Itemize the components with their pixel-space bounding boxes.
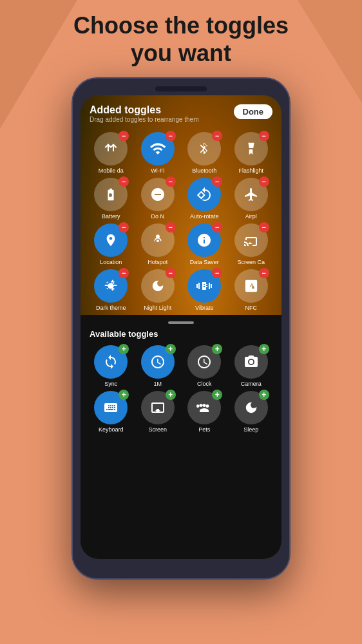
toggle-circle-flashlight: − <box>234 132 268 166</box>
avail-camera[interactable]: + Camera <box>230 345 273 387</box>
avail-screen[interactable]: + Screen <box>137 391 180 433</box>
phone-frame: Added toggles Drag added toggles to rear… <box>71 77 291 580</box>
minus-badge: − <box>119 131 129 141</box>
toggle-label-mobile-data: Mobile da <box>99 167 124 174</box>
avail-circle-paw: + <box>187 391 221 424</box>
minus-badge: − <box>119 268 129 278</box>
avail-circle-1m: + <box>141 345 175 379</box>
headline: Choose the toggles you want <box>0 0 362 77</box>
toggle-wifi[interactable]: − Wi-Fi <box>137 132 180 174</box>
toggle-circle-hotspot: − <box>141 223 175 257</box>
swipe-bar <box>168 321 194 324</box>
minus-badge: − <box>166 176 176 187</box>
plus-badge: + <box>212 390 222 400</box>
plus-badge: + <box>259 390 269 400</box>
avail-circle-keyboard: + <box>94 391 128 424</box>
headline-text: Choose the toggles you want <box>0 12 362 67</box>
toggle-circle-airplane: − <box>234 178 268 211</box>
added-toggles-grid: − Mobile da − Wi-Fi <box>90 132 272 311</box>
avail-label-camera: Camera <box>241 381 262 387</box>
toggle-autorotate[interactable]: − Auto-rotate <box>183 178 226 220</box>
avail-sync[interactable]: + Sync <box>90 345 133 387</box>
toggle-circle-mobile-data: − <box>94 132 128 166</box>
avail-1m[interactable]: + 1M <box>137 345 180 387</box>
toggle-circle-datasaver: − <box>187 223 221 257</box>
phone-wrapper: Added toggles Drag added toggles to rear… <box>0 77 362 580</box>
toggle-circle-wifi: − <box>141 132 175 166</box>
toggle-circle-location: − <box>94 223 128 257</box>
added-title-group: Added toggles Drag added toggles to rear… <box>90 104 199 129</box>
minus-badge: − <box>166 222 176 232</box>
toggle-label-nightlight: Night Light <box>144 305 171 311</box>
toggle-circle-dnd: − <box>141 178 175 211</box>
minus-badge: − <box>212 131 222 141</box>
avail-label-1m: 1M <box>153 381 162 387</box>
toggle-label-bluetooth: Bluetooth <box>192 167 216 174</box>
avail-paw[interactable]: + Pets <box>183 391 226 433</box>
avail-circle-screen: + <box>141 391 175 424</box>
avail-clock[interactable]: + Clock <box>183 345 226 387</box>
toggle-bluetooth[interactable]: − Bluetooth <box>183 132 226 174</box>
minus-badge: − <box>259 268 269 278</box>
avail-circle-sync: + <box>94 345 128 379</box>
toggle-label-screencast: Screen Ca <box>237 259 265 265</box>
minus-badge: − <box>166 268 176 278</box>
added-section: Added toggles Drag added toggles to rear… <box>81 95 281 315</box>
plus-badge: + <box>119 344 129 354</box>
avail-label-screen: Screen <box>148 426 167 433</box>
toggle-vibrate[interactable]: − Vibrate <box>183 269 226 311</box>
toggle-battery[interactable]: − Battery <box>90 178 133 220</box>
avail-label-sync: Sync <box>104 381 117 387</box>
toggle-circle-screencast: − <box>234 223 268 257</box>
avail-label-clock: Clock <box>197 381 212 387</box>
minus-badge: − <box>259 131 269 141</box>
toggle-screencast[interactable]: − Screen Ca <box>230 223 273 265</box>
toggle-circle-darktheme: − <box>94 269 128 303</box>
phone-notch <box>155 86 207 91</box>
avail-sleep[interactable]: + Sleep <box>230 391 273 433</box>
plus-badge: + <box>166 344 176 354</box>
minus-badge: − <box>259 176 269 187</box>
toggle-label-wifi: Wi-Fi <box>151 167 164 174</box>
avail-label-keyboard: Keyboard <box>99 426 124 433</box>
done-button[interactable]: Done <box>234 104 273 119</box>
toggle-label-datasaver: Data Saver <box>190 259 219 265</box>
plus-badge: + <box>119 390 129 400</box>
minus-badge: − <box>119 222 129 232</box>
toggle-dnd[interactable]: − Do N <box>137 178 180 220</box>
avail-circle-camera: + <box>234 345 268 379</box>
minus-badge: − <box>212 176 222 187</box>
toggle-mobile-data[interactable]: − Mobile da <box>90 132 133 174</box>
toggle-label-darktheme: Dark theme <box>96 305 126 311</box>
toggle-datasaver[interactable]: − Data Saver <box>183 223 226 265</box>
avail-circle-clock: + <box>187 345 221 379</box>
toggle-label-autorotate: Auto-rotate <box>190 213 219 220</box>
minus-badge: − <box>212 268 222 278</box>
plus-badge: + <box>212 344 222 354</box>
available-section: Available toggles + Sync <box>81 315 281 559</box>
added-subtitle: Drag added toggles to rearrange them <box>90 116 199 123</box>
toggle-nightlight[interactable]: − Night Light <box>137 269 180 311</box>
avail-label-sleep: Sleep <box>243 426 258 433</box>
toggle-airplane[interactable]: − Airpl <box>230 178 273 220</box>
toggle-circle-bluetooth: − <box>187 132 221 166</box>
toggle-flashlight[interactable]: − Flashlight <box>230 132 273 174</box>
toggle-circle-vibrate: − <box>187 269 221 303</box>
toggle-hotspot[interactable]: − Hotspot <box>137 223 180 265</box>
available-toggles-grid: + Sync + 1M <box>90 345 272 433</box>
avail-label-paw: Pets <box>198 426 210 433</box>
toggle-label-nfc: NFC <box>245 305 258 311</box>
toggle-nfc[interactable]: − NFC <box>230 269 273 311</box>
toggle-location[interactable]: − Location <box>90 223 133 265</box>
toggle-label-airplane: Airpl <box>245 213 257 220</box>
minus-badge: − <box>259 222 269 232</box>
avail-keyboard[interactable]: + Keyboard <box>90 391 133 433</box>
toggle-label-location: Location <box>100 259 122 265</box>
toggle-darktheme[interactable]: − Dark theme <box>90 269 133 311</box>
screen-content: Added toggles Drag added toggles to rear… <box>81 95 281 559</box>
toggle-circle-autorotate: − <box>187 178 221 211</box>
toggle-circle-nightlight: − <box>141 269 175 303</box>
phone-screen: Added toggles Drag added toggles to rear… <box>81 95 281 559</box>
toggle-label-hotspot: Hotspot <box>148 259 167 265</box>
minus-badge: − <box>119 176 129 187</box>
